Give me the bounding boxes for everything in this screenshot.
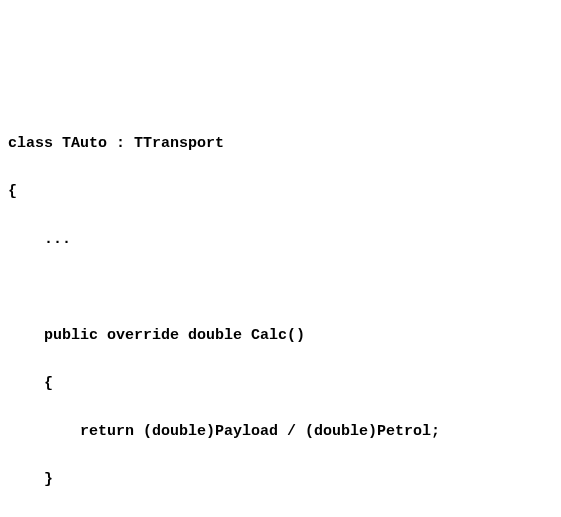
code-line: ...	[8, 228, 553, 252]
code-line: return (double)Payload / (double)Petrol;	[8, 420, 553, 444]
code-line: {	[8, 372, 553, 396]
code-line: {	[8, 180, 553, 204]
code-snippet: class TAuto : TTransport { ... public ov…	[8, 108, 553, 517]
code-line	[8, 276, 553, 300]
code-line: }	[8, 468, 553, 492]
code-line: class TAuto : TTransport	[8, 132, 553, 156]
code-line: public override double Calc()	[8, 324, 553, 348]
